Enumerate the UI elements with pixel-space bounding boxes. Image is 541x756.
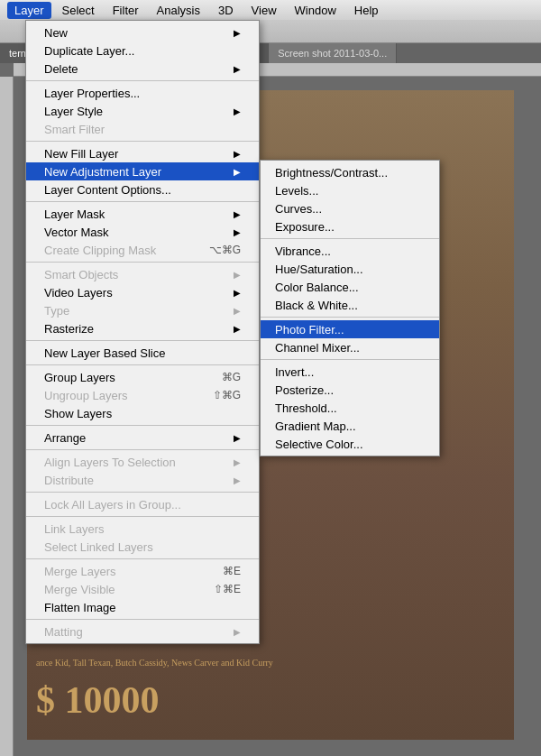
arrow-icon: ▶ [234, 106, 241, 116]
menu-window[interactable]: Window [288, 2, 344, 19]
arrow-icon: ▶ [234, 324, 241, 334]
separator [26, 449, 259, 450]
menu-item-smart-objects[interactable]: Smart Objects ▶ [26, 265, 259, 283]
separator [26, 201, 259, 202]
separator [26, 141, 259, 142]
menu-item-merge-visible[interactable]: Merge Visible ⇧⌘E [26, 580, 259, 598]
separator [26, 80, 259, 81]
menu-item-rasterize[interactable]: Rasterize ▶ [26, 319, 259, 337]
submenu-item-invert[interactable]: Invert... [261, 363, 439, 381]
arrow-icon: ▶ [234, 28, 241, 38]
menu-item-vector-mask[interactable]: Vector Mask ▶ [26, 223, 259, 241]
menu-item-lock-all-layers[interactable]: Lock All Layers in Group... [26, 495, 259, 513]
menu-item-create-clipping-mask[interactable]: Create Clipping Mask ⌥⌘G [26, 241, 259, 259]
poster-reward: $ 10000 [36, 678, 160, 722]
arrow-icon: ▶ [234, 433, 241, 443]
adjustment-layer-submenu: Brightness/Contrast... Levels... Curves.… [260, 160, 440, 456]
separator [26, 619, 259, 620]
merge-layers-shortcut: ⌘E [223, 565, 241, 577]
menu-item-ungroup-layers[interactable]: Ungroup Layers ⇧⌘G [26, 386, 259, 404]
menu-bar: Layer Select Filter Analysis 3D View Win… [0, 0, 541, 20]
menu-item-show-layers[interactable]: Show Layers [26, 404, 259, 422]
menu-item-merge-layers[interactable]: Merge Layers ⌘E [26, 562, 259, 580]
menu-item-smart-filter[interactable]: Smart Filter [26, 120, 259, 138]
arrow-icon: ▶ [234, 209, 241, 219]
menu-item-matting[interactable]: Matting ▶ [26, 622, 259, 641]
menu-item-layer-mask[interactable]: Layer Mask ▶ [26, 205, 259, 223]
separator [26, 516, 259, 517]
menu-item-new-layer-based-slice[interactable]: New Layer Based Slice [26, 344, 259, 362]
submenu-item-curves[interactable]: Curves... [261, 199, 439, 217]
ungroup-layers-shortcut: ⇧⌘G [213, 389, 241, 401]
separator [26, 364, 259, 365]
separator [26, 558, 259, 559]
submenu-item-posterize[interactable]: Posterize... [261, 381, 439, 399]
menu-filter[interactable]: Filter [105, 2, 146, 19]
submenu-item-photo-filter[interactable]: Photo Filter... [261, 320, 439, 338]
arrow-icon: ▶ [234, 306, 241, 316]
menu-item-select-linked-layers[interactable]: Select Linked Layers [26, 538, 259, 556]
menu-item-group-layers[interactable]: Group Layers ⌘G [26, 368, 259, 386]
separator [26, 262, 259, 263]
separator [261, 359, 439, 360]
menu-item-align-layers[interactable]: Align Layers To Selection ▶ [26, 453, 259, 471]
submenu-item-exposure[interactable]: Exposure... [261, 217, 439, 235]
arrow-icon: ▶ [234, 457, 241, 467]
poster-names: ance Kid, Tall Texan, Butch Cassidy, New… [36, 658, 273, 668]
submenu-item-gradient-map[interactable]: Gradient Map... [261, 417, 439, 435]
ruler-vertical [0, 77, 14, 756]
separator [26, 492, 259, 493]
arrow-icon: ▶ [234, 627, 241, 637]
submenu-item-vibrance[interactable]: Vibrance... [261, 242, 439, 260]
menu-item-arrange[interactable]: Arrange ▶ [26, 429, 259, 447]
submenu-item-color-balance[interactable]: Color Balance... [261, 278, 439, 296]
submenu-item-channel-mixer[interactable]: Channel Mixer... [261, 338, 439, 356]
menu-3d[interactable]: 3D [211, 2, 241, 19]
menu-item-flatten-image[interactable]: Flatten Image [26, 598, 259, 616]
menu-item-video-layers[interactable]: Video Layers ▶ [26, 283, 259, 301]
layer-dropdown-menu: New ▶ Duplicate Layer... Delete ▶ Layer … [25, 20, 260, 644]
arrow-icon: ▶ [234, 288, 241, 298]
separator [261, 238, 439, 239]
menu-item-new[interactable]: New ▶ [26, 23, 259, 41]
menu-item-layer-style[interactable]: Layer Style ▶ [26, 102, 259, 120]
menu-item-layer-content-options[interactable]: Layer Content Options... [26, 180, 259, 198]
arrow-icon: ▶ [234, 167, 241, 177]
submenu-item-black-white[interactable]: Black & White... [261, 296, 439, 314]
menu-item-new-adjustment-layer[interactable]: New Adjustment Layer ▶ Brightness/Contra… [26, 162, 259, 180]
menu-item-delete[interactable]: Delete ▶ [26, 60, 259, 78]
tab-screenshot[interactable]: Screen shot 2011-03-0... [269, 43, 397, 63]
menu-item-duplicate-layer[interactable]: Duplicate Layer... [26, 41, 259, 60]
menu-item-type[interactable]: Type ▶ [26, 301, 259, 319]
submenu-item-levels[interactable]: Levels... [261, 181, 439, 199]
merge-visible-shortcut: ⇧⌘E [214, 583, 241, 595]
menu-help[interactable]: Help [347, 2, 386, 19]
separator [261, 317, 439, 318]
menu-item-layer-properties[interactable]: Layer Properties... [26, 84, 259, 102]
separator [26, 425, 259, 426]
menu-layer[interactable]: Layer [7, 2, 51, 19]
arrow-icon: ▶ [234, 270, 241, 280]
separator [26, 340, 259, 341]
menu-item-link-layers[interactable]: Link Layers [26, 520, 259, 538]
arrow-icon: ▶ [234, 227, 241, 237]
submenu-item-hue-saturation[interactable]: Hue/Saturation... [261, 260, 439, 278]
submenu-item-brightness-contrast[interactable]: Brightness/Contrast... [261, 163, 439, 181]
menu-analysis[interactable]: Analysis [150, 2, 207, 19]
group-layers-shortcut: ⌘G [222, 371, 241, 383]
arrow-icon: ▶ [234, 475, 241, 485]
arrow-icon: ▶ [234, 64, 241, 74]
menu-view[interactable]: View [244, 2, 284, 19]
menu-item-distribute[interactable]: Distribute ▶ [26, 471, 259, 489]
menu-item-new-fill-layer[interactable]: New Fill Layer ▶ [26, 144, 259, 162]
submenu-item-threshold[interactable]: Threshold... [261, 399, 439, 417]
submenu-item-selective-color[interactable]: Selective Color... [261, 435, 439, 453]
menu-select[interactable]: Select [55, 2, 102, 19]
arrow-icon: ▶ [234, 149, 241, 159]
